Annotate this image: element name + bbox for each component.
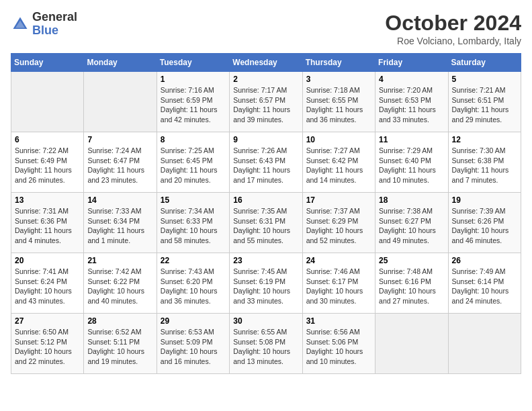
weekday-header-monday: Monday <box>84 54 157 72</box>
calendar-cell: 28Sunrise: 6:52 AMSunset: 5:11 PMDayligh… <box>84 314 157 374</box>
day-info: Sunrise: 7:16 AMSunset: 6:59 PMDaylight:… <box>161 85 226 125</box>
calendar-cell: 29Sunrise: 6:53 AMSunset: 5:09 PMDayligh… <box>157 314 229 374</box>
day-number: 16 <box>233 195 298 205</box>
day-info: Sunrise: 7:25 AMSunset: 6:45 PMDaylight:… <box>161 146 226 185</box>
title-section: October 2024 Roe Volciano, Lombardy, Ita… <box>385 11 521 46</box>
day-info: Sunrise: 7:21 AMSunset: 6:51 PMDaylight:… <box>452 85 517 125</box>
day-number: 31 <box>306 316 371 326</box>
calendar-cell: 22Sunrise: 7:43 AMSunset: 6:20 PMDayligh… <box>157 253 229 314</box>
day-number: 3 <box>306 75 371 84</box>
calendar-cell: 23Sunrise: 7:45 AMSunset: 6:19 PMDayligh… <box>230 253 302 314</box>
day-number: 6 <box>15 135 80 144</box>
calendar-week-1: 1Sunrise: 7:16 AMSunset: 6:59 PMDaylight… <box>11 72 521 132</box>
weekday-header-wednesday: Wednesday <box>230 54 302 72</box>
day-info: Sunrise: 7:17 AMSunset: 6:57 PMDaylight:… <box>233 85 298 125</box>
calendar-cell: 17Sunrise: 7:37 AMSunset: 6:29 PMDayligh… <box>302 193 375 253</box>
day-info: Sunrise: 7:24 AMSunset: 6:47 PMDaylight:… <box>87 146 152 185</box>
calendar-body: 1Sunrise: 7:16 AMSunset: 6:59 PMDaylight… <box>11 72 521 374</box>
calendar-cell: 4Sunrise: 7:20 AMSunset: 6:53 PMDaylight… <box>375 72 448 132</box>
calendar-cell: 27Sunrise: 6:50 AMSunset: 5:12 PMDayligh… <box>11 314 84 374</box>
day-info: Sunrise: 7:43 AMSunset: 6:20 PMDaylight:… <box>161 267 226 306</box>
calendar-cell: 26Sunrise: 7:49 AMSunset: 6:14 PMDayligh… <box>448 253 521 314</box>
day-number: 2 <box>233 75 298 84</box>
day-info: Sunrise: 7:48 AMSunset: 6:16 PMDaylight:… <box>379 267 444 306</box>
logo-blue-text: Blue <box>32 24 77 38</box>
day-info: Sunrise: 6:50 AMSunset: 5:12 PMDaylight:… <box>15 327 80 367</box>
day-number: 4 <box>379 75 444 84</box>
weekday-header-thursday: Thursday <box>302 54 375 72</box>
day-info: Sunrise: 7:35 AMSunset: 6:31 PMDaylight:… <box>233 206 298 246</box>
calendar-cell: 19Sunrise: 7:39 AMSunset: 6:26 PMDayligh… <box>448 193 521 253</box>
day-number: 1 <box>161 75 226 84</box>
day-number: 27 <box>15 316 80 326</box>
calendar-week-2: 6Sunrise: 7:22 AMSunset: 6:49 PMDaylight… <box>11 132 521 193</box>
logo-text: General Blue <box>32 11 77 38</box>
calendar-header: SundayMondayTuesdayWednesdayThursdayFrid… <box>11 54 521 72</box>
day-number: 18 <box>379 195 444 205</box>
day-info: Sunrise: 6:56 AMSunset: 5:06 PMDaylight:… <box>306 327 371 367</box>
day-number: 19 <box>452 195 517 205</box>
calendar-cell: 5Sunrise: 7:21 AMSunset: 6:51 PMDaylight… <box>448 72 521 132</box>
day-info: Sunrise: 6:53 AMSunset: 5:09 PMDaylight:… <box>161 327 226 367</box>
weekday-header-friday: Friday <box>375 54 448 72</box>
calendar-cell: 16Sunrise: 7:35 AMSunset: 6:31 PMDayligh… <box>230 193 302 253</box>
calendar-cell: 1Sunrise: 7:16 AMSunset: 6:59 PMDaylight… <box>157 72 229 132</box>
calendar-table: SundayMondayTuesdayWednesdayThursdayFrid… <box>11 53 521 374</box>
calendar-cell: 21Sunrise: 7:42 AMSunset: 6:22 PMDayligh… <box>84 253 157 314</box>
logo-general-text: General <box>32 11 77 24</box>
calendar-cell <box>84 72 157 132</box>
day-number: 30 <box>233 316 298 326</box>
page-header: General Blue October 2024 Roe Volciano, … <box>11 11 521 46</box>
calendar-cell: 13Sunrise: 7:31 AMSunset: 6:36 PMDayligh… <box>11 193 84 253</box>
day-number: 5 <box>452 75 517 84</box>
day-info: Sunrise: 7:31 AMSunset: 6:36 PMDaylight:… <box>15 206 80 246</box>
calendar-week-3: 13Sunrise: 7:31 AMSunset: 6:36 PMDayligh… <box>11 193 521 253</box>
calendar-cell: 12Sunrise: 7:30 AMSunset: 6:38 PMDayligh… <box>448 132 521 193</box>
day-number: 20 <box>15 256 80 265</box>
day-number: 15 <box>161 195 226 205</box>
calendar-week-5: 27Sunrise: 6:50 AMSunset: 5:12 PMDayligh… <box>11 314 521 374</box>
day-info: Sunrise: 7:27 AMSunset: 6:42 PMDaylight:… <box>306 146 371 185</box>
logo: General Blue <box>11 11 77 38</box>
logo-icon <box>11 15 30 34</box>
calendar-cell: 25Sunrise: 7:48 AMSunset: 6:16 PMDayligh… <box>375 253 448 314</box>
day-number: 17 <box>306 195 371 205</box>
day-info: Sunrise: 7:49 AMSunset: 6:14 PMDaylight:… <box>452 267 517 306</box>
day-info: Sunrise: 7:34 AMSunset: 6:33 PMDaylight:… <box>161 206 226 246</box>
day-number: 12 <box>452 135 517 144</box>
calendar-cell: 31Sunrise: 6:56 AMSunset: 5:06 PMDayligh… <box>302 314 375 374</box>
calendar-cell: 30Sunrise: 6:55 AMSunset: 5:08 PMDayligh… <box>230 314 302 374</box>
location-text: Roe Volciano, Lombardy, Italy <box>385 36 521 46</box>
calendar-cell: 18Sunrise: 7:38 AMSunset: 6:27 PMDayligh… <box>375 193 448 253</box>
day-number: 11 <box>379 135 444 144</box>
weekday-header-row: SundayMondayTuesdayWednesdayThursdayFrid… <box>11 54 521 72</box>
calendar-cell <box>11 72 84 132</box>
day-number: 8 <box>161 135 226 144</box>
day-info: Sunrise: 7:38 AMSunset: 6:27 PMDaylight:… <box>379 206 444 246</box>
day-number: 9 <box>233 135 298 144</box>
day-number: 28 <box>87 316 152 326</box>
day-number: 22 <box>161 256 226 265</box>
day-info: Sunrise: 7:46 AMSunset: 6:17 PMDaylight:… <box>306 267 371 306</box>
calendar-cell: 9Sunrise: 7:26 AMSunset: 6:43 PMDaylight… <box>230 132 302 193</box>
day-info: Sunrise: 7:26 AMSunset: 6:43 PMDaylight:… <box>233 146 298 185</box>
day-number: 7 <box>87 135 152 144</box>
calendar-cell: 14Sunrise: 7:33 AMSunset: 6:34 PMDayligh… <box>84 193 157 253</box>
day-info: Sunrise: 7:30 AMSunset: 6:38 PMDaylight:… <box>452 146 517 185</box>
day-number: 29 <box>161 316 226 326</box>
weekday-header-sunday: Sunday <box>11 54 84 72</box>
day-info: Sunrise: 7:33 AMSunset: 6:34 PMDaylight:… <box>87 206 152 246</box>
calendar-cell: 8Sunrise: 7:25 AMSunset: 6:45 PMDaylight… <box>157 132 229 193</box>
weekday-header-tuesday: Tuesday <box>157 54 229 72</box>
calendar-cell <box>448 314 521 374</box>
day-number: 23 <box>233 256 298 265</box>
day-info: Sunrise: 7:29 AMSunset: 6:40 PMDaylight:… <box>379 146 444 185</box>
calendar-cell: 20Sunrise: 7:41 AMSunset: 6:24 PMDayligh… <box>11 253 84 314</box>
day-info: Sunrise: 7:39 AMSunset: 6:26 PMDaylight:… <box>452 206 517 246</box>
month-title: October 2024 <box>385 11 521 36</box>
day-info: Sunrise: 7:18 AMSunset: 6:55 PMDaylight:… <box>306 85 371 125</box>
day-info: Sunrise: 6:55 AMSunset: 5:08 PMDaylight:… <box>233 327 298 367</box>
calendar-cell: 6Sunrise: 7:22 AMSunset: 6:49 PMDaylight… <box>11 132 84 193</box>
calendar-cell: 15Sunrise: 7:34 AMSunset: 6:33 PMDayligh… <box>157 193 229 253</box>
calendar-cell <box>375 314 448 374</box>
